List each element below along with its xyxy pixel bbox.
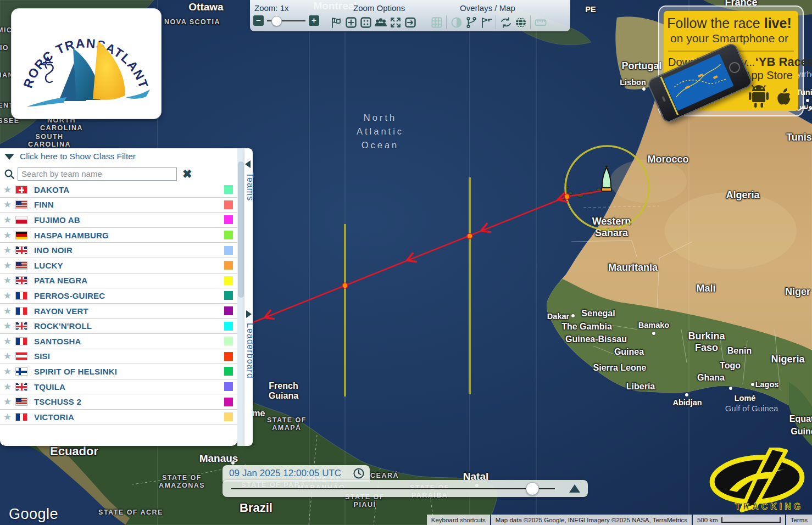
star-icon[interactable]: ★ <box>3 381 15 393</box>
star-icon[interactable]: ★ <box>3 184 15 196</box>
map-label: PE <box>585 5 596 14</box>
star-icon[interactable]: ★ <box>3 275 15 286</box>
class-filter-toggle[interactable]: Click here to Show Class Filter <box>0 148 136 165</box>
timestamp-box: 09 Jan 2025 12:00:05 UTC <box>223 465 370 482</box>
team-flag-icon <box>15 186 27 194</box>
route-fork-icon[interactable] <box>464 15 479 29</box>
star-icon[interactable]: ★ <box>3 366 15 377</box>
zoom-in-button[interactable]: + <box>309 15 319 26</box>
star-icon[interactable]: ★ <box>3 396 15 407</box>
star-icon[interactable]: ★ <box>3 320 15 332</box>
search-input[interactable] <box>18 167 177 181</box>
team-row[interactable]: ★ RAYON VERT <box>0 304 237 319</box>
team-flag-icon <box>15 383 27 391</box>
star-icon[interactable]: ★ <box>3 244 15 256</box>
star-icon[interactable]: ★ <box>3 411 15 423</box>
race-logo: RORC TRANSATLANTIC RACE <box>11 8 162 119</box>
zoom-box-dots-icon[interactable] <box>358 15 373 29</box>
grid-icon[interactable] <box>429 15 444 29</box>
star-icon[interactable]: ★ <box>3 214 15 226</box>
team-row[interactable]: ★ PERROS-GUIREC <box>0 288 237 304</box>
team-row[interactable]: ★ INO NOIR <box>0 243 237 258</box>
map-label: Tunisia <box>786 132 812 143</box>
star-icon[interactable]: ★ <box>3 290 15 301</box>
zoom-out-button[interactable]: − <box>253 15 264 26</box>
team-color-swatch <box>224 306 233 315</box>
wind-flag-icon[interactable] <box>479 15 493 29</box>
collapse-teams-icon[interactable] <box>245 160 251 168</box>
team-row[interactable]: ★ FINN <box>0 198 237 213</box>
team-name: SANTOSHA <box>34 337 224 346</box>
keyboard-shortcuts-button[interactable]: Keyboard shortcuts <box>427 515 490 525</box>
time-slider[interactable] <box>223 480 588 497</box>
map-label: Senegal <box>581 309 615 319</box>
zoom-slider[interactable] <box>267 15 305 26</box>
zoom-options-label: Zoom Options <box>353 3 405 13</box>
map-label: Guine <box>791 427 812 437</box>
star-icon[interactable]: ★ <box>3 260 15 271</box>
scale-text: 500 km <box>697 517 718 523</box>
team-row[interactable]: ★ SPIRIT OF HELSINKI <box>0 364 237 379</box>
team-row[interactable]: ★ TSCHUSS 2 <box>0 394 237 410</box>
map-label: Nigeria <box>771 354 804 365</box>
map-label: Gulf of Guinea <box>725 404 778 413</box>
star-icon[interactable]: ★ <box>3 305 15 317</box>
team-name: LUCKY <box>34 261 224 270</box>
team-flag-icon <box>15 413 27 421</box>
team-row[interactable]: ★ VICTORIA <box>0 410 237 425</box>
map-label: Algeria <box>726 189 759 201</box>
team-row[interactable]: ★ SISI <box>0 349 237 365</box>
team-row[interactable]: ★ ROCK'N'ROLL <box>0 319 237 334</box>
tab-leaderboard[interactable]: Leaderboard <box>241 323 255 379</box>
map-toolbar: Zoom: 1x − + Zoom Options <box>250 0 570 31</box>
map-label: Sierra Leone <box>593 363 647 373</box>
time-slider-knob[interactable] <box>526 482 539 495</box>
city-dot <box>685 393 688 396</box>
ruler-icon[interactable] <box>533 15 548 29</box>
zoom-options-icons <box>329 15 418 29</box>
map-label: Burkina Faso <box>688 331 725 353</box>
refresh-arrows-icon[interactable] <box>498 15 513 29</box>
zoom-box-plus-icon[interactable] <box>343 15 358 29</box>
team-row[interactable]: ★ TQUILA <box>0 379 237 395</box>
clear-search-icon[interactable]: ✖ <box>182 168 192 180</box>
city-dot <box>806 99 809 102</box>
google-logo[interactable]: Google <box>9 506 58 523</box>
team-row[interactable]: ★ PATA NEGRA <box>0 273 237 289</box>
city-dot <box>751 383 754 386</box>
team-row[interactable]: ★ HASPA HAMBURG <box>0 228 237 243</box>
team-name: PERROS-GUIREC <box>34 291 224 300</box>
map-label: The Gambia <box>561 322 612 332</box>
star-icon[interactable]: ★ <box>3 336 15 347</box>
star-icon[interactable]: ★ <box>3 199 15 210</box>
clock-icon[interactable] <box>352 467 365 480</box>
timestamp: 09 Jan 2025 12:00:05 UTC <box>229 468 352 479</box>
promo-banner[interactable]: Follow the race live! on your Smartphone… <box>658 5 804 116</box>
expand-leaderboard-icon[interactable] <box>246 310 252 318</box>
team-row[interactable]: ★ FUJIMO AB <box>0 213 237 228</box>
map-label: Ghana <box>697 373 725 383</box>
team-color-swatch <box>224 352 233 361</box>
star-icon[interactable]: ★ <box>3 350 15 362</box>
terms-link[interactable]: Terms <box>786 515 812 525</box>
star-icon[interactable]: ★ <box>3 230 15 241</box>
overlay-icons <box>429 15 548 29</box>
zoom-slider-knob[interactable] <box>271 16 282 26</box>
map-label: Abidjan <box>672 398 702 407</box>
expand-icon[interactable] <box>388 15 403 29</box>
globe-icon[interactable] <box>513 15 528 29</box>
teams-panel: Click here to Show Class Filter ✖ ★ DAKO… <box>0 148 253 446</box>
team-row[interactable]: ★ LUCKY <box>0 258 237 273</box>
team-name: VICTORIA <box>34 412 224 422</box>
team-flag-icon <box>15 246 27 254</box>
city-dot <box>571 314 575 317</box>
team-name: DAKOTA <box>34 185 224 194</box>
tab-teams[interactable]: Teams <box>241 172 255 201</box>
team-row[interactable]: ★ SANTOSHA <box>0 334 237 349</box>
fleet-icon[interactable] <box>373 15 388 29</box>
contrast-icon[interactable] <box>449 15 464 29</box>
play-icon[interactable] <box>569 484 580 493</box>
race-flag-icon[interactable] <box>329 15 343 29</box>
pan-box-icon[interactable] <box>403 15 418 29</box>
team-row[interactable]: ★ DAKOTA <box>0 182 237 198</box>
